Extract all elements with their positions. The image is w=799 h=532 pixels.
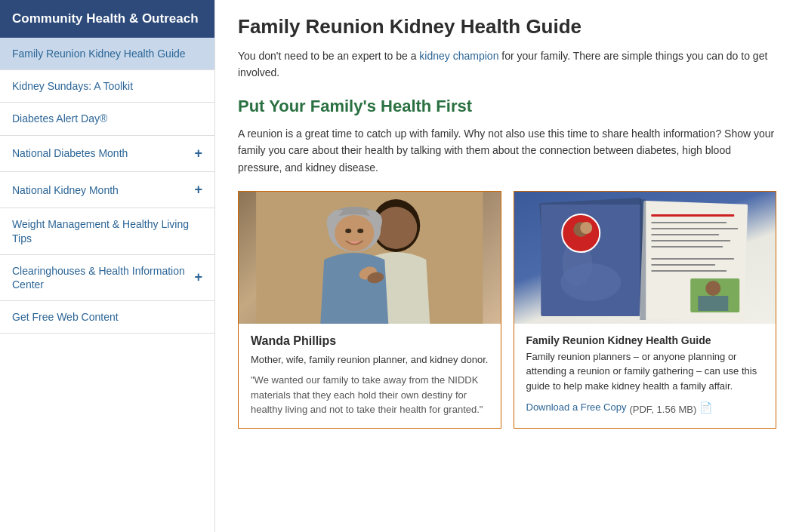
intro-text: You don't need to be an expert to be a k… [238, 48, 776, 81]
svg-point-28 [705, 281, 720, 296]
svg-rect-30 [640, 199, 646, 320]
wanda-photo-svg [239, 192, 501, 324]
sidebar-item-label: Weight Management & Healthy Living Tips [12, 217, 202, 244]
cards-container: Wanda Phillips Mother, wife, family reun… [238, 191, 776, 429]
svg-rect-23 [651, 246, 723, 248]
card-body-2: Family Reunion Kidney Health Guide Famil… [514, 324, 776, 426]
download-meta: (PDF, 1.56 MB) [629, 404, 696, 415]
card-body-1: Wanda Phillips Mother, wife, family reun… [239, 324, 501, 428]
section-title: Put Your Family's Health First [238, 97, 776, 116]
card-guide-description: Family reunion planners – or anyone plan… [526, 349, 764, 394]
svg-rect-18 [651, 214, 734, 217]
sidebar-item-family-reunion[interactable]: Family Reunion Kidney Health Guide [0, 38, 214, 70]
sidebar-header-text: Community Health & Outreach [12, 11, 199, 26]
sidebar-item-kidney-sundays[interactable]: Kidney Sundays: A Toolkit [0, 70, 214, 103]
svg-rect-24 [651, 258, 734, 260]
svg-point-5 [335, 215, 374, 251]
svg-rect-25 [651, 264, 715, 266]
card-wanda-phillips: Wanda Phillips Mother, wife, family reun… [238, 191, 501, 429]
expand-icon: + [194, 181, 202, 198]
svg-point-6 [345, 229, 351, 233]
guide-photo-svg [514, 192, 776, 324]
kidney-champion-link[interactable]: kidney champion [419, 50, 498, 62]
sidebar-item-weight-management[interactable]: Weight Management & Healthy Living Tips [0, 208, 214, 254]
sidebar-item-free-web[interactable]: Get Free Web Content [0, 301, 214, 334]
download-link-text: Download a Free Copy [526, 401, 627, 413]
svg-rect-22 [651, 240, 730, 241]
svg-point-3 [375, 207, 417, 249]
svg-point-16 [580, 222, 592, 234]
card-person-role: Mother, wife, family reunion planner, an… [251, 352, 489, 367]
expand-icon: + [194, 145, 202, 162]
sidebar-item-label: Get Free Web Content [12, 310, 119, 324]
sidebar-item-diabetes-alert[interactable]: Diabetes Alert Day® [0, 103, 214, 135]
pdf-icon: 📄 [699, 401, 712, 414]
page-title: Family Reunion Kidney Health Guide [238, 15, 776, 38]
svg-rect-29 [698, 296, 728, 311]
sidebar-item-clearinghouses[interactable]: Clearinghouses & Health Information Cent… [0, 255, 214, 301]
svg-rect-19 [651, 222, 727, 223]
card-photo-1 [239, 192, 501, 324]
card-quote: "We wanted our family to take away from … [251, 373, 489, 417]
sidebar-item-label: National Diabetes Month [12, 146, 128, 160]
card-person-name: Wanda Phillips [251, 334, 489, 348]
card-photo-2 [514, 192, 776, 324]
expand-icon: + [194, 269, 202, 286]
sidebar-item-label: National Kidney Month [12, 183, 119, 197]
sidebar-item-label: Family Reunion Kidney Health Guide [12, 47, 186, 60]
sidebar-item-label: Diabetes Alert Day® [12, 112, 107, 125]
sidebar-item-label: Clearinghouses & Health Information Cent… [12, 264, 188, 291]
section-text: A reunion is a great time to catch up wi… [238, 125, 776, 176]
svg-point-7 [357, 229, 363, 233]
sidebar-item-label: Kidney Sundays: A Toolkit [12, 79, 133, 93]
main-content: Family Reunion Kidney Health Guide You d… [215, 0, 799, 532]
sidebar-item-national-kidney[interactable]: National Kidney Month + [0, 172, 214, 208]
svg-rect-20 [651, 228, 738, 229]
svg-rect-21 [651, 234, 719, 235]
sidebar-header: Community Health & Outreach [0, 0, 214, 38]
card-guide: Family Reunion Kidney Health Guide Famil… [514, 191, 777, 429]
sidebar-item-national-diabetes[interactable]: National Diabetes Month + [0, 136, 214, 172]
svg-rect-26 [651, 270, 727, 272]
download-link[interactable]: Download a Free Copy (PDF, 1.56 MB) 📄 [526, 399, 764, 415]
sidebar: Community Health & Outreach Family Reuni… [0, 0, 215, 532]
card-guide-title: Family Reunion Kidney Health Guide [526, 334, 764, 346]
